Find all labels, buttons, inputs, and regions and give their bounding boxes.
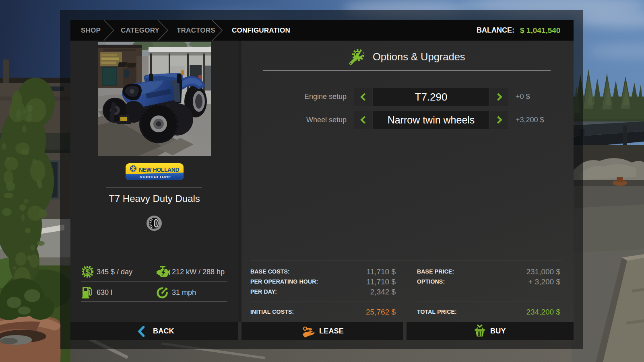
svg-text:AGRICULTURE: AGRICULTURE (139, 175, 171, 179)
svg-text:$: $ (85, 267, 90, 276)
svg-text:NEW HOLLAND: NEW HOLLAND (139, 167, 179, 173)
